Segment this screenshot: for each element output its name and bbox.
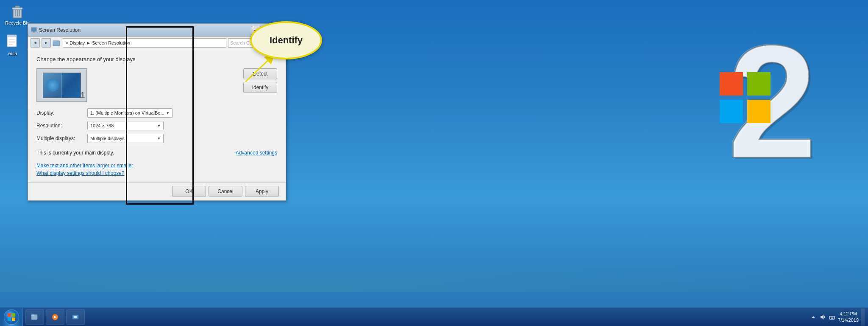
status-text: This is currently your main display.	[36, 150, 114, 156]
desktop: Recycle Bin eula 2	[0, 0, 868, 326]
annotation-rectangle	[126, 26, 194, 205]
clock-date: 7/14/2019	[838, 317, 859, 323]
clock-time: 4:12 PM	[838, 311, 859, 317]
volume-icon[interactable]	[819, 314, 826, 320]
forward-button[interactable]: ►	[42, 38, 51, 48]
windows-flag-icon	[720, 72, 771, 123]
svg-rect-30	[31, 315, 34, 316]
detect-button[interactable]: Detect	[243, 68, 277, 79]
monitor-1-number: 1	[81, 91, 85, 100]
identify-button[interactable]: Identify	[243, 82, 277, 93]
advanced-settings-link[interactable]: Advanced settings	[236, 150, 277, 156]
svg-rect-28	[12, 318, 15, 321]
svg-rect-34	[74, 316, 77, 318]
recycle-bin-label: Recycle Bin	[5, 20, 30, 25]
file-explorer-icon	[31, 313, 39, 321]
svg-marker-35	[812, 316, 815, 318]
expand-tray-icon[interactable]	[810, 314, 817, 320]
recycle-bin-icon[interactable]: Recycle Bin	[5, 3, 30, 25]
svg-rect-27	[8, 318, 11, 321]
monitor-1[interactable]: 1	[36, 68, 87, 102]
start-button[interactable]	[0, 308, 23, 326]
media-player-icon	[51, 313, 59, 321]
svg-rect-7	[7, 35, 17, 37]
network-tray-icon[interactable]	[829, 314, 835, 320]
recycle-bin-image	[10, 3, 25, 19]
clock-display: 4:12 PM 7/14/2019	[838, 311, 859, 323]
svg-rect-26	[12, 313, 15, 317]
taskbar-network[interactable]	[66, 309, 85, 325]
svg-rect-38	[831, 318, 833, 319]
eula-label: eula	[6, 51, 19, 56]
svg-rect-25	[8, 313, 11, 317]
svg-marker-36	[821, 315, 823, 320]
svg-rect-14	[720, 100, 743, 123]
taskbar-file-explorer[interactable]	[25, 309, 44, 325]
callout-circle: Identify	[250, 21, 322, 59]
svg-rect-17	[33, 31, 35, 32]
apply-button[interactable]: Apply	[245, 186, 279, 197]
taskbar-right: 4:12 PM 7/14/2019	[807, 309, 868, 326]
start-orb	[4, 309, 19, 325]
show-desktop-button[interactable]	[861, 309, 865, 326]
display-label: Display:	[36, 110, 87, 116]
action-buttons: Detect Identify	[243, 68, 277, 102]
svg-rect-15	[747, 100, 771, 123]
svg-rect-12	[720, 72, 743, 96]
svg-rect-16	[31, 28, 36, 31]
svg-rect-1	[12, 8, 22, 9]
folder-icon	[53, 39, 61, 47]
callout-text: Identify	[270, 35, 303, 46]
dialog-title: Screen Resolution	[39, 27, 81, 33]
eula-image	[6, 34, 19, 49]
monitor-icon	[31, 27, 37, 34]
windows-logo-icon	[7, 313, 16, 321]
monitor-1-screen	[43, 73, 81, 98]
multiple-displays-label: Multiple displays:	[36, 135, 87, 141]
taskbar: 4:12 PM 7/14/2019	[0, 307, 868, 326]
network-icon	[72, 313, 79, 321]
taskbar-middle	[23, 309, 807, 325]
cancel-button[interactable]: Cancel	[209, 186, 242, 197]
title-bar-left: Screen Resolution	[31, 27, 81, 34]
resolution-label: Resolution:	[36, 123, 87, 129]
eula-icon[interactable]: eula	[6, 34, 19, 56]
svg-rect-13	[747, 72, 771, 96]
svg-rect-18	[32, 32, 36, 33]
back-button[interactable]: ◄	[31, 38, 40, 48]
taskbar-media-player[interactable]	[46, 309, 64, 325]
svg-rect-20	[53, 40, 56, 42]
